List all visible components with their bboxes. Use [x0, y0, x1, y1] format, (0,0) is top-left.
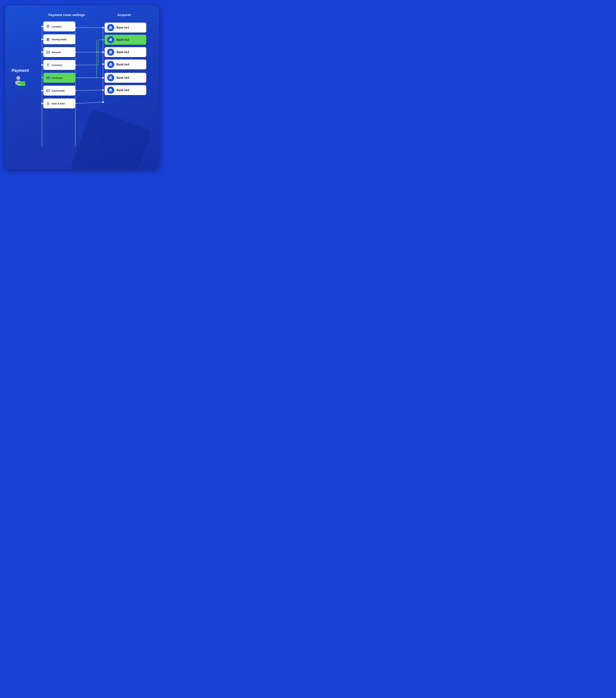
svg-rect-84: [112, 40, 112, 41]
payment-label: Payment: [12, 68, 29, 73]
svg-rect-67: [47, 78, 48, 79]
svg-rect-101: [111, 78, 111, 79]
svg-rect-66: [46, 77, 50, 78]
svg-rect-100: [110, 78, 111, 79]
route-box-card-brand[interactable]: Card brand: [43, 86, 75, 96]
card-type-icon: [46, 76, 50, 80]
bank-icon: [46, 37, 50, 41]
route-box-amount[interactable]: Amount: [43, 47, 75, 57]
bank-box-1[interactable]: Bank №1: [104, 23, 146, 32]
svg-marker-80: [109, 38, 112, 40]
svg-point-43: [102, 51, 104, 53]
svg-point-33: [41, 90, 43, 92]
section-title-acquirer: Acquirer: [117, 13, 131, 17]
svg-rect-105: [109, 90, 110, 91]
bank-box-5[interactable]: Bank №5: [104, 73, 146, 83]
svg-rect-52: [18, 84, 20, 85]
svg-point-41: [102, 27, 104, 28]
svg-rect-89: [111, 52, 111, 53]
bank2-icon: [107, 36, 114, 43]
svg-rect-99: [109, 78, 110, 79]
location-icon: [46, 24, 50, 29]
bank-box-6[interactable]: Bank №6: [104, 85, 146, 95]
svg-point-53: [47, 26, 48, 27]
svg-rect-81: [109, 40, 110, 41]
svg-rect-90: [112, 52, 112, 53]
svg-point-46: [102, 89, 104, 91]
svg-rect-58: [48, 40, 49, 41]
bank-box-2[interactable]: Bank №2: [104, 35, 146, 45]
bank6-icon: [107, 87, 114, 94]
svg-marker-59: [46, 38, 50, 39]
svg-rect-54: [46, 39, 50, 40]
bank5-icon: [107, 74, 114, 81]
svg-marker-98: [109, 76, 112, 78]
svg-line-18: [75, 90, 103, 90]
svg-point-42: [102, 39, 104, 41]
route-label-card-type: Card type: [52, 76, 63, 79]
svg-point-28: [41, 26, 43, 27]
route-box-location[interactable]: Location: [43, 22, 75, 31]
payment-icon: [12, 74, 27, 86]
bank6-label: Bank №6: [116, 88, 129, 92]
svg-rect-76: [110, 27, 111, 29]
svg-line-15: [75, 52, 103, 78]
route-box-card-type[interactable]: Card type: [43, 73, 75, 83]
svg-rect-72: [47, 91, 48, 91]
svg-point-32: [41, 77, 43, 79]
bank1-icon: [107, 24, 114, 31]
svg-rect-88: [110, 52, 111, 53]
svg-line-19: [75, 102, 103, 103]
svg-point-34: [41, 103, 43, 104]
bank3-icon: [107, 48, 114, 56]
bank-box-4[interactable]: Bank №4: [104, 59, 146, 69]
svg-point-62: [47, 52, 48, 53]
svg-rect-75: [109, 27, 110, 29]
bank4-label: Bank №4: [116, 63, 129, 66]
svg-point-47: [102, 101, 104, 103]
route-label-location: Location: [52, 25, 62, 28]
datetime-icon: [46, 101, 50, 106]
svg-rect-87: [109, 52, 110, 53]
svg-rect-103: [109, 79, 112, 79]
route-label-card-brand: Card brand: [52, 89, 65, 92]
svg-rect-77: [111, 27, 111, 29]
svg-rect-109: [109, 91, 112, 92]
route-box-issuing[interactable]: Issuing bank: [43, 34, 75, 44]
svg-rect-56: [47, 40, 48, 41]
svg-rect-108: [112, 90, 112, 91]
main-card: Payment route settings Acquirer Payment …: [5, 5, 159, 169]
svg-rect-97: [109, 66, 112, 66]
svg-marker-104: [109, 88, 112, 90]
bank5-label: Bank №5: [116, 76, 129, 80]
svg-rect-79: [109, 29, 112, 29]
route-label-issuing: Issuing bank: [52, 38, 66, 41]
bank2-label: Bank №2: [116, 38, 129, 42]
bank3-label: Bank №3: [116, 51, 129, 54]
svg-point-64: [49, 52, 50, 53]
svg-point-31: [41, 64, 43, 66]
svg-rect-93: [109, 64, 110, 66]
svg-marker-86: [109, 51, 112, 52]
svg-marker-92: [109, 63, 112, 64]
svg-rect-96: [112, 64, 112, 66]
svg-point-29: [41, 39, 43, 40]
svg-rect-102: [112, 78, 112, 79]
svg-marker-74: [109, 26, 112, 27]
card-brand-icon: [46, 88, 50, 93]
svg-point-48: [16, 76, 20, 80]
section-title-route: Payment route settings: [48, 13, 85, 17]
svg-rect-78: [112, 27, 112, 29]
svg-rect-82: [110, 40, 111, 41]
svg-point-63: [47, 52, 47, 53]
bank1-label: Bank №1: [116, 26, 129, 29]
route-box-currency[interactable]: Currency: [43, 60, 75, 70]
svg-rect-85: [109, 41, 112, 41]
bank-box-3[interactable]: Bank №3: [104, 47, 146, 57]
svg-rect-55: [47, 40, 47, 41]
svg-rect-70: [46, 89, 50, 92]
svg-point-30: [41, 51, 43, 53]
route-box-date-time[interactable]: Date & time: [43, 98, 75, 108]
route-label-amount: Amount: [52, 51, 61, 54]
svg-rect-94: [110, 64, 111, 66]
